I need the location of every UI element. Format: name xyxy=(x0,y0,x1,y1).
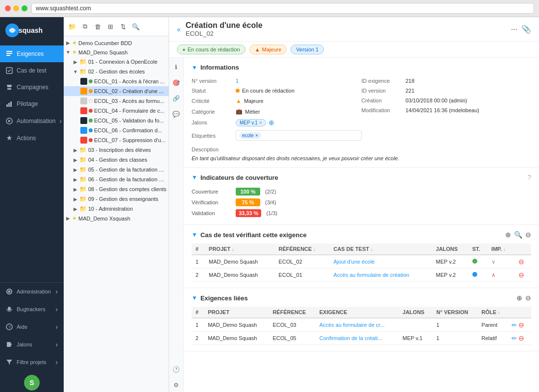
tree-item-xsquash[interactable]: ▶ ★ MAD_Demo Xsquash xyxy=(64,214,169,223)
tree-toggle[interactable]: ▼ xyxy=(66,50,71,55)
tree-toggle[interactable]: ▶ xyxy=(73,167,78,172)
col-role[interactable]: RÔLE ↑ xyxy=(478,307,508,318)
tree-toggle[interactable]: ▶ xyxy=(73,177,78,182)
tree-toggle[interactable]: ▶ xyxy=(73,59,78,64)
tree-item-05[interactable]: ▶ 📁 05 - Gestion de la facturation des .… xyxy=(64,165,169,174)
tree-item-mad-demo[interactable]: ▼ ★ MAD_Demo Squash xyxy=(64,48,169,57)
toolbar-copy-icon[interactable]: ⧉ xyxy=(79,21,90,32)
tree-item-08[interactable]: ▶ 📁 08 - Gestion des comptes clients xyxy=(64,184,169,194)
col-projet[interactable]: PROJET ↓ xyxy=(205,244,274,255)
sidebar-item-administration[interactable]: Administration xyxy=(0,283,64,300)
attach-icon[interactable]: 📎 xyxy=(521,24,531,34)
info-icon[interactable]: ℹ xyxy=(171,62,182,73)
minimize-dot[interactable] xyxy=(13,5,19,11)
tree-item-02[interactable]: ▼ 📁 02 - Gestion des écoles xyxy=(64,67,169,76)
edit-row-btn[interactable]: ✏ xyxy=(512,335,517,342)
coverage-detail-couverture: (2/2) xyxy=(265,189,276,195)
sidebar-item-jalons[interactable]: Jalons xyxy=(0,336,64,353)
settings-icon[interactable]: ⚙ xyxy=(171,380,182,391)
remove-row-btn[interactable]: ⊖ xyxy=(518,258,524,266)
menu-dots-icon[interactable]: ··· xyxy=(511,25,517,34)
remove-row-btn[interactable]: ⊖ xyxy=(518,271,524,279)
sidebar-item-campagnes[interactable]: Campagnes xyxy=(0,79,64,96)
section-header-test-cases[interactable]: ▼ Cas de test vérifiant cette exigence ⊕… xyxy=(192,231,531,239)
cas-de-test-link[interactable]: Accès au formulaire de création xyxy=(333,272,409,278)
tree-toggle[interactable]: ▶ xyxy=(73,157,78,162)
tree-item-ecol02[interactable]: ECOL_02 - Création d'une ... xyxy=(64,86,169,96)
tag-ecole: ecole × xyxy=(239,132,261,139)
tree-toggle[interactable]: ▶ xyxy=(73,196,78,201)
tree-item-ecol04[interactable]: ECOL_04 - Formulaire de c... xyxy=(64,106,169,116)
tag-remove-btn[interactable]: × xyxy=(255,133,258,138)
cas-de-test-link[interactable]: Ajout d'une école xyxy=(333,259,374,265)
exigence-link[interactable]: Accès au formulaire de cr... xyxy=(319,322,385,328)
toolbar-delete-icon[interactable]: 🗑 xyxy=(92,21,103,32)
comment-icon[interactable]: 💬 xyxy=(171,109,182,120)
tree-toggle[interactable]: ▶ xyxy=(66,41,71,46)
sidebar-item-aide[interactable]: ? Aide xyxy=(0,318,64,336)
help-icon[interactable]: ? xyxy=(527,173,531,181)
sidebar-item-bugtrackers[interactable]: Bugtrackers xyxy=(0,300,64,318)
remove-test-case-btn[interactable]: ⊖ xyxy=(525,231,531,239)
history-icon[interactable]: 🕐 xyxy=(171,364,182,375)
sidebar-item-exigences[interactable]: Exigences xyxy=(0,46,64,62)
section-toggle-icon: ▼ xyxy=(192,294,197,301)
toolbar-indent-icon[interactable]: ⊞ xyxy=(105,21,116,32)
toolbar-sort-icon[interactable]: ⇅ xyxy=(118,21,128,32)
tree-label: 10 - Administration xyxy=(88,206,133,212)
n-version-link[interactable]: 1 xyxy=(236,78,239,84)
target-icon[interactable]: 🎯 xyxy=(171,77,182,88)
tree-item-ecol01[interactable]: ECOL_01 - Accès à l'écran ... xyxy=(64,76,169,86)
tree-item-06[interactable]: ▶ 📁 06 - Gestion de la facturation de l.… xyxy=(64,174,169,184)
col-cas-de-test[interactable]: CAS DE TEST ↓ xyxy=(329,244,432,255)
tree-toggle[interactable]: ▶ xyxy=(73,147,78,152)
close-dot[interactable] xyxy=(5,5,11,11)
version-badge[interactable]: Version 1 xyxy=(291,45,324,54)
remove-row-btn[interactable]: ⊖ xyxy=(518,321,524,329)
tree-item-01[interactable]: ▶ 📁 01 - Connexion à OpenEcole xyxy=(64,57,169,67)
tree-item-ecol07[interactable]: ECOL_07 - Suppression d'u... xyxy=(64,135,169,145)
link-icon[interactable]: 🔗 xyxy=(171,93,182,104)
tree-item-ecol06[interactable]: ECOL_06 - Confirmation d... xyxy=(64,125,169,135)
add-test-case-btn[interactable]: ⊕ xyxy=(505,231,511,239)
sidebar-item-cas-de-test[interactable]: Cas de test xyxy=(0,62,64,79)
maximize-dot[interactable] xyxy=(22,5,27,11)
url-bar[interactable]: www.squashtest.com xyxy=(31,3,534,14)
sidebar-item-filtre-projets[interactable]: Filtre projets xyxy=(0,353,64,371)
toolbar-add-icon[interactable]: 📁 xyxy=(67,21,77,32)
section-header-coverage[interactable]: ▼ Indicateurs de couverture ? xyxy=(192,173,531,181)
tree-item-09[interactable]: ▶ 📁 09 - Gestion des enseignants xyxy=(64,194,169,204)
remove-row-btn[interactable]: ⊖ xyxy=(518,334,524,342)
tree-item-cucumber[interactable]: ▶ ★ Demo Cucumber BDD xyxy=(64,38,169,48)
edit-row-btn[interactable]: ✏ xyxy=(512,321,517,329)
tree-item-ecol05[interactable]: ECOL_05 - Validation du fo... xyxy=(64,116,169,125)
remove-exigence-btn[interactable]: ⊖ xyxy=(525,294,531,302)
section-header-exigences-liees[interactable]: ▼ Exigences liées ⊕ ⊖ xyxy=(192,294,531,302)
tree-toggle[interactable]: ▼ xyxy=(73,69,78,74)
section-header-informations[interactable]: ▼ Informations xyxy=(192,64,531,71)
sidebar-item-pilotage[interactable]: Pilotage xyxy=(0,96,64,112)
etiquettes-box[interactable]: ecole × xyxy=(236,130,362,141)
sidebar-item-actions[interactable]: Actions xyxy=(0,130,64,147)
tree-toggle[interactable]: ▶ xyxy=(66,216,71,221)
criticite-badge[interactable]: ▲ Majeure xyxy=(249,45,287,54)
tree-item-10[interactable]: ▶ 📁 10 - Administration xyxy=(64,204,169,214)
toolbar-search-icon[interactable]: 🔍 xyxy=(130,21,141,32)
tree-item-04[interactable]: ▶ 📁 04 - Gestion des classes xyxy=(64,155,169,165)
tree-item-ecol03[interactable]: ECOL_03 - Accès au formu... xyxy=(64,96,169,106)
col-reference[interactable]: RÉFÉRENCE ↓ xyxy=(275,244,330,255)
add-exigence-btn[interactable]: ⊕ xyxy=(516,294,522,302)
search-test-case-btn[interactable]: 🔍 xyxy=(514,231,522,239)
star-icon: ★ xyxy=(72,49,77,55)
tree-toggle[interactable]: ▶ xyxy=(73,187,78,192)
col-imp[interactable]: IMP. ↓ xyxy=(488,244,514,255)
jalon-remove-btn[interactable]: × xyxy=(259,120,262,125)
user-avatar[interactable]: S xyxy=(24,375,40,391)
collapse-panel-icon[interactable]: « xyxy=(177,25,181,33)
tree-toggle[interactable]: ▶ xyxy=(73,206,78,211)
exigence-link[interactable]: Confirmation de la créati... xyxy=(319,335,382,341)
sidebar-item-automatisation[interactable]: Automatisation xyxy=(0,112,64,130)
tree-item-03[interactable]: ▶ 📁 03 - Inscription des élèves xyxy=(64,145,169,155)
add-jalon-btn[interactable]: ⊕ xyxy=(269,119,274,126)
status-badge[interactable]: ● En cours de rédaction xyxy=(177,45,245,54)
